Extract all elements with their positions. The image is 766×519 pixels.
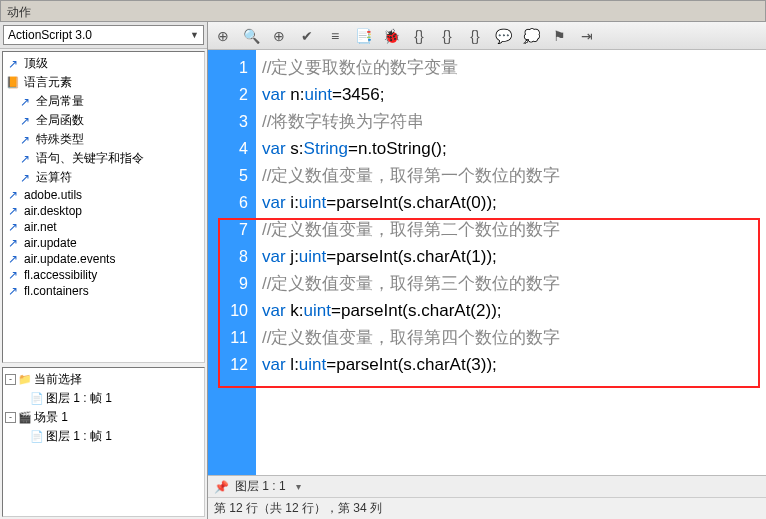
chat-icon[interactable]: 💭 (522, 27, 540, 45)
code-line[interactable]: //将数字转换为字符串 (262, 108, 760, 135)
tree-item[interactable]: ↗air.update (3, 235, 204, 251)
line-number: 11 (208, 324, 248, 351)
tree-item[interactable]: ↗adobe.utils (3, 187, 204, 203)
package-icon: ↗ (5, 268, 21, 282)
tree-item-label: 语言元素 (24, 74, 72, 91)
tree-item[interactable]: ↗语句、关键字和指令 (3, 149, 204, 168)
tree-item-label: 全局常量 (36, 93, 84, 110)
tree-item[interactable]: ↗全局常量 (3, 92, 204, 111)
book-icon: 📙 (5, 76, 21, 90)
comment-icon[interactable]: 💬 (494, 27, 512, 45)
layer-icon: 📄 (30, 430, 46, 443)
code-line[interactable]: //定义数值变量，取得第三个数位的数字 (262, 270, 760, 297)
code-line[interactable]: var l:uint=parseInt(s.charAt(3)); (262, 351, 760, 378)
line-number: 10 (208, 297, 248, 324)
package-icon: ↗ (5, 236, 21, 250)
package-icon: ↗ (17, 152, 33, 166)
tree-item[interactable]: 📙语言元素 (3, 73, 204, 92)
line-number: 6 (208, 189, 248, 216)
code-line[interactable]: var s:String=n.toString(); (262, 135, 760, 162)
code-line[interactable]: //定义数值变量，取得第一个数位的数字 (262, 162, 760, 189)
tree-item-label: 运算符 (36, 169, 72, 186)
selection-item-label: 当前选择 (34, 371, 82, 388)
export-icon[interactable]: ⇥ (578, 27, 596, 45)
code-line[interactable]: var k:uint=parseInt(s.charAt(2)); (262, 297, 760, 324)
line-number: 4 (208, 135, 248, 162)
left-column: ActionScript 3.0 ▼ ↗顶级📙语言元素↗全局常量↗全局函数↗特殊… (0, 22, 208, 519)
expand-icon[interactable]: - (5, 412, 16, 423)
package-icon: ↗ (17, 171, 33, 185)
tree-item[interactable]: ↗运算符 (3, 168, 204, 187)
code-line[interactable]: var i:uint=parseInt(s.charAt(0)); (262, 189, 760, 216)
code-content[interactable]: //定义要取数位的数字变量var n:uint=3456;//将数字转换为字符串… (256, 50, 766, 475)
line-number: 3 (208, 108, 248, 135)
selection-item[interactable]: -📁 当前选择 (3, 370, 204, 389)
bookmark-icon[interactable]: 📑 (354, 27, 372, 45)
package-icon: ↗ (5, 220, 21, 234)
debug-icon[interactable]: 🐞 (382, 27, 400, 45)
tree-item-label: air.update.events (24, 252, 115, 266)
tree-item[interactable]: ↗air.desktop (3, 203, 204, 219)
expand-icon[interactable]: - (5, 374, 16, 385)
check-icon[interactable]: ✔ (298, 27, 316, 45)
folder-icon: 📁 (18, 373, 34, 386)
layer-icon: 📄 (30, 392, 46, 405)
package-icon: ↗ (5, 284, 21, 298)
line-number: 5 (208, 162, 248, 189)
tree-item-label: fl.accessibility (24, 268, 97, 282)
brace3-icon[interactable]: {} (466, 27, 484, 45)
code-line[interactable]: //定义数值变量，取得第二个数位的数字 (262, 216, 760, 243)
tree-item-label: 语句、关键字和指令 (36, 150, 144, 167)
layer-status-label: 图层 1 : 1 (235, 478, 286, 495)
find-icon[interactable]: 🔍 (242, 27, 260, 45)
line-number: 12 (208, 351, 248, 378)
code-line[interactable]: var n:uint=3456; (262, 81, 760, 108)
code-toolbar: ⊕🔍⊕✔≡📑🐞{}{}{}💬💭⚑⇥ (208, 22, 766, 50)
selection-item-label: 场景 1 (34, 409, 68, 426)
selection-item[interactable]: 📄 图层 1 : 帧 1 (3, 389, 204, 408)
line-number: 1 (208, 54, 248, 81)
tree-item[interactable]: ↗特殊类型 (3, 130, 204, 149)
tree-item[interactable]: ↗顶级 (3, 54, 204, 73)
selection-item-label: 图层 1 : 帧 1 (46, 390, 112, 407)
tree-item-label: 特殊类型 (36, 131, 84, 148)
panel-title: 动作 (0, 0, 766, 22)
language-dropdown[interactable]: ActionScript 3.0 ▼ (3, 25, 204, 45)
tree-item[interactable]: ↗fl.containers (3, 283, 204, 299)
code-line[interactable]: var j:uint=parseInt(s.charAt(1)); (262, 243, 760, 270)
package-icon: ↗ (5, 57, 21, 71)
tree-item-label: fl.containers (24, 284, 89, 298)
code-editor[interactable]: 123456789101112 //定义要取数位的数字变量var n:uint=… (208, 50, 766, 475)
package-icon: ↗ (17, 133, 33, 147)
selection-tree[interactable]: -📁 当前选择📄 图层 1 : 帧 1-🎬 场景 1📄 图层 1 : 帧 1 (2, 367, 205, 517)
code-line[interactable]: //定义要取数位的数字变量 (262, 54, 760, 81)
target-icon[interactable]: ⊕ (270, 27, 288, 45)
right-column: ⊕🔍⊕✔≡📑🐞{}{}{}💬💭⚑⇥ 123456789101112 //定义要取… (208, 22, 766, 519)
tree-item[interactable]: ↗fl.accessibility (3, 267, 204, 283)
tree-item[interactable]: ↗air.net (3, 219, 204, 235)
chevron-down-icon: ▼ (190, 30, 199, 40)
code-line[interactable]: //定义数值变量，取得第四个数位的数字 (262, 324, 760, 351)
package-icon: ↗ (17, 114, 33, 128)
line-gutter: 123456789101112 (208, 50, 256, 475)
line-number: 7 (208, 216, 248, 243)
classes-tree[interactable]: ↗顶级📙语言元素↗全局常量↗全局函数↗特殊类型↗语句、关键字和指令↗运算符↗ad… (2, 51, 205, 363)
selection-item-label: 图层 1 : 帧 1 (46, 428, 112, 445)
brace2-icon[interactable]: {} (438, 27, 456, 45)
tree-item[interactable]: ↗air.update.events (3, 251, 204, 267)
brace1-icon[interactable]: {} (410, 27, 428, 45)
tree-item-label: adobe.utils (24, 188, 82, 202)
line-number: 8 (208, 243, 248, 270)
plus-icon[interactable]: ⊕ (214, 27, 232, 45)
cursor-position: 第 12 行（共 12 行），第 34 列 (208, 497, 766, 519)
dropdown-mini-icon[interactable]: ▾ (296, 481, 301, 492)
pin-icon[interactable]: 📌 (214, 480, 229, 494)
flag-icon[interactable]: ⚑ (550, 27, 568, 45)
format-icon[interactable]: ≡ (326, 27, 344, 45)
selection-item[interactable]: -🎬 场景 1 (3, 408, 204, 427)
selection-item[interactable]: 📄 图层 1 : 帧 1 (3, 427, 204, 446)
tree-item[interactable]: ↗全局函数 (3, 111, 204, 130)
line-number: 9 (208, 270, 248, 297)
tree-item-label: air.desktop (24, 204, 82, 218)
tree-item-label: air.net (24, 220, 57, 234)
